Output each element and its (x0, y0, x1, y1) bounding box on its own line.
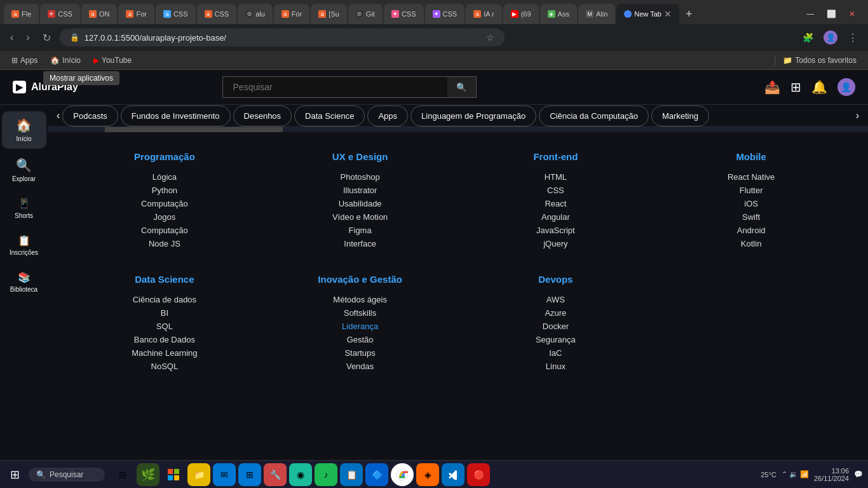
link-aws[interactable]: AWS (465, 295, 648, 304)
link-illustrator[interactable]: Illustrator (269, 186, 452, 195)
link-javascript[interactable]: JavaScript (465, 226, 648, 235)
sidebar-item-inicio[interactable]: 🏠 Início (2, 111, 46, 149)
link-docker[interactable]: Docker (465, 322, 648, 331)
tab-10[interactable]: ✦ CSS (384, 4, 424, 24)
sidebar-item-shorts[interactable]: 📱 Shorts (2, 191, 46, 226)
close-tab-icon[interactable]: ✕ (664, 9, 672, 19)
sidebar-item-biblioteca[interactable]: 📚 Biblioteca (2, 265, 46, 299)
taskbar-app-blue[interactable]: 🔷 (365, 463, 388, 486)
taskbar-app-trello[interactable]: 📋 (340, 463, 363, 486)
tab-8[interactable]: a [Su (311, 4, 347, 24)
link-azure[interactable]: Azure (465, 308, 648, 318)
cat-fundos[interactable]: Fundos de Investimento (121, 105, 231, 126)
link-vendas[interactable]: Vendas (269, 362, 452, 371)
all-favorites-button[interactable]: 📁 Todos os favoritos (778, 55, 862, 66)
scrollbar-thumb[interactable] (105, 127, 283, 132)
cat-podcasts[interactable]: Podcasts (62, 105, 118, 126)
tab-2[interactable]: a ON (81, 4, 118, 24)
close-window-button[interactable]: ✕ (845, 7, 859, 21)
bookmark-star-icon[interactable]: ☆ (486, 32, 494, 43)
tab-13[interactable]: ▶ (69 (503, 4, 539, 24)
new-tab-button[interactable]: + (681, 8, 698, 21)
link-ios[interactable]: iOS (660, 199, 843, 208)
search-button[interactable]: 🔍 (447, 77, 476, 97)
taskbar-app-ms[interactable] (162, 463, 185, 486)
link-linux[interactable]: Linux (465, 362, 648, 371)
link-react-native[interactable]: React Native (660, 172, 843, 182)
scroll-right-button[interactable]: › (853, 105, 862, 126)
link-nosql[interactable]: NoSQL (73, 362, 256, 371)
link-figma[interactable]: Figma (269, 226, 452, 235)
link-computacao[interactable]: Computação (73, 199, 256, 208)
tab-15[interactable]: M Alin (578, 4, 615, 24)
maximize-button[interactable]: ⬜ (823, 7, 840, 21)
apps-grid-button[interactable]: ⊞ (790, 79, 801, 95)
refresh-button[interactable]: ↻ (39, 29, 55, 46)
link-metodos[interactable]: Métodos ágeis (269, 295, 452, 304)
forward-button[interactable]: › (22, 29, 33, 46)
link-nodejs[interactable]: Node JS (73, 239, 256, 248)
tab-6[interactable]: ◎ alu (238, 4, 273, 24)
tab-11[interactable]: ✦ CSS (425, 4, 465, 24)
link-kotlin[interactable]: Kotlin (660, 239, 843, 248)
link-css[interactable]: CSS (465, 186, 648, 195)
tab-9[interactable]: ◎ Git (348, 4, 383, 24)
link-jogos[interactable]: Jogos (73, 212, 256, 222)
link-html[interactable]: HTML (465, 172, 648, 182)
link-android[interactable]: Android (660, 226, 843, 235)
link-seguranca[interactable]: Segurança (465, 335, 648, 344)
taskbar-app-store[interactable]: ⊞ (238, 463, 261, 486)
address-bar[interactable]: 🔒 ☆ (60, 29, 505, 46)
link-photoshop[interactable]: Photoshop (269, 172, 452, 182)
link-computacao2[interactable]: Computação (73, 226, 256, 235)
sidebar-item-explorar[interactable]: 🔍 Explorar (2, 151, 46, 189)
link-sql[interactable]: SQL (73, 322, 256, 331)
tab-12[interactable]: a IA r (466, 4, 502, 24)
link-react[interactable]: React (465, 199, 648, 208)
link-usabilidade[interactable]: Usabilidade (269, 199, 452, 208)
bookmark-apps[interactable]: ⊞ Apps (6, 55, 43, 66)
link-jquery[interactable]: jQuery (465, 239, 648, 248)
link-angular[interactable]: Angular (465, 212, 648, 222)
cat-desenhos[interactable]: Desenhos (233, 105, 292, 126)
link-ciencia-dados[interactable]: Ciência de dados (73, 295, 256, 304)
scroll-left-button[interactable]: ‹ (54, 105, 62, 126)
tab-active[interactable]: New Tab ✕ (616, 4, 679, 24)
tab-4[interactable]: a CSS (156, 4, 196, 24)
link-python[interactable]: Python (73, 186, 256, 195)
taskbar-app-vscode[interactable] (442, 463, 465, 486)
sidebar-item-inscricoes[interactable]: 📋 Inscrições (2, 228, 46, 262)
profile-button[interactable]: 👤 (820, 28, 841, 47)
link-lideranca[interactable]: Liderança (269, 322, 452, 331)
search-input[interactable] (223, 77, 447, 97)
taskbar-app-nature[interactable]: 🌿 (137, 463, 159, 486)
tab-1[interactable]: ✳ CSS (40, 4, 80, 24)
link-softskills[interactable]: Softskills (269, 308, 452, 318)
taskbar-app-files[interactable]: 📁 (187, 463, 210, 486)
tab-5[interactable]: a CSS (197, 4, 237, 24)
link-interface[interactable]: Interface (269, 239, 452, 248)
link-banco-dados[interactable]: Banco de Dados (73, 335, 256, 344)
tab-3[interactable]: a For (118, 4, 154, 24)
tab-7[interactable]: a Fór (274, 4, 310, 24)
taskbar-app-red[interactable]: 🔧 (264, 463, 287, 486)
back-button[interactable]: ‹ (6, 29, 17, 46)
link-gestao[interactable]: Gestão (269, 335, 452, 344)
extensions-button[interactable]: 🧩 (799, 30, 817, 45)
browser-menu-button[interactable]: ⋮ (844, 29, 862, 46)
start-button[interactable]: ⊞ (5, 465, 25, 484)
taskbar-app-pink[interactable]: 🔴 (467, 463, 490, 486)
minimize-button[interactable]: — (803, 7, 818, 21)
taskbar-app-spotify[interactable]: ♪ (315, 463, 337, 486)
cat-marketing[interactable]: Marketing (651, 105, 709, 126)
taskbar-app-chrome[interactable] (391, 463, 414, 486)
taskbar-search[interactable]: 🔍 Pesquisar (29, 468, 105, 482)
link-iac[interactable]: IaC (465, 348, 648, 358)
notification-icon[interactable]: 💬 (854, 470, 863, 478)
cat-data-science[interactable]: Data Science (294, 105, 365, 126)
upload-button[interactable]: 📤 (764, 79, 780, 95)
tab-14[interactable]: ◈ Ass (540, 4, 577, 24)
bookmark-youtube[interactable]: ▶ YouTube (88, 55, 137, 66)
link-video-motion[interactable]: Vídeo e Motion (269, 212, 452, 222)
link-startups[interactable]: Startups (269, 348, 452, 358)
